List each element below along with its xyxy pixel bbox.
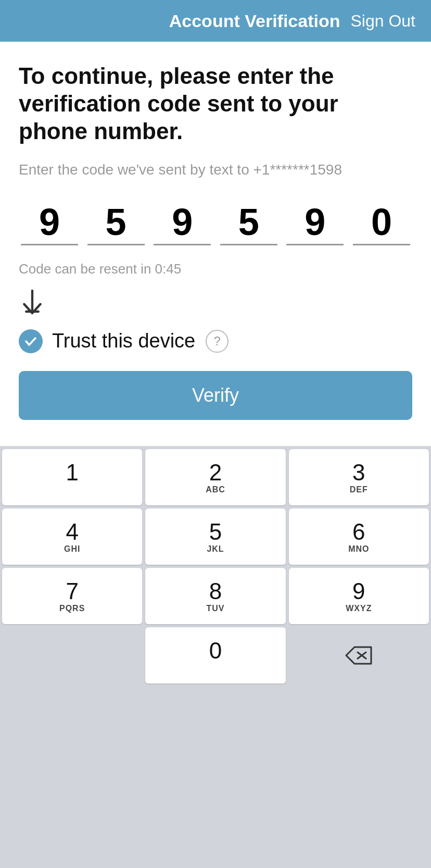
checkmark-icon xyxy=(23,334,38,349)
key-6-num: 6 xyxy=(352,520,365,543)
question-mark-icon: ? xyxy=(214,334,221,349)
key-6[interactable]: 6 MNO xyxy=(289,509,429,565)
keyboard-row-2: 4 GHI 5 JKL 6 MNO xyxy=(2,509,429,565)
code-digit-underline xyxy=(21,244,78,245)
sign-out-button[interactable]: Sign Out xyxy=(350,11,415,31)
arrow-down-icon xyxy=(19,290,46,317)
code-digit: 5 xyxy=(106,203,126,241)
key-0[interactable]: 0 xyxy=(145,627,285,684)
help-icon-button[interactable]: ? xyxy=(206,330,229,353)
numeric-keyboard: 1 2 ABC 3 DEF 4 GHI 5 JKL 6 MNO 7 PQRS xyxy=(0,446,431,868)
header: Account Verification Sign Out xyxy=(0,0,431,42)
backspace-icon xyxy=(345,646,372,665)
backspace-button[interactable] xyxy=(289,627,429,684)
key-9-alpha: WXYZ xyxy=(346,604,372,614)
code-digit-wrapper: 0 xyxy=(353,203,410,245)
arrow-down-wrapper xyxy=(19,290,412,319)
key-8-alpha: TUV xyxy=(206,604,224,614)
page-title: Account Verification xyxy=(169,11,340,31)
key-empty-left xyxy=(2,627,142,684)
code-input-row: 959590 xyxy=(19,203,412,245)
keyboard-row-3: 7 PQRS 8 TUV 9 WXYZ xyxy=(2,568,429,624)
key-8-num: 8 xyxy=(209,580,222,603)
code-digit-underline xyxy=(220,244,277,245)
code-digit-underline xyxy=(87,244,145,245)
key-7-num: 7 xyxy=(66,580,78,603)
spacer xyxy=(0,436,431,446)
trust-device-checkbox[interactable] xyxy=(19,329,43,353)
code-digit-wrapper: 9 xyxy=(154,203,211,245)
key-5[interactable]: 5 JKL xyxy=(145,509,285,565)
code-digit-wrapper: 9 xyxy=(286,203,344,245)
trust-device-row: Trust this device ? xyxy=(19,329,412,353)
code-digit-wrapper: 5 xyxy=(220,203,277,245)
verify-button[interactable]: Verify xyxy=(19,371,412,420)
code-digit: 9 xyxy=(39,203,60,241)
key-7-alpha: PQRS xyxy=(59,604,85,614)
key-5-alpha: JKL xyxy=(207,544,224,555)
key-8[interactable]: 8 TUV xyxy=(145,568,285,624)
code-digit-underline xyxy=(154,244,211,245)
code-digit-wrapper: 9 xyxy=(21,203,78,245)
resend-countdown: Code can be resent in 0:45 xyxy=(19,261,412,277)
code-digit-underline xyxy=(353,244,410,245)
key-9[interactable]: 9 WXYZ xyxy=(289,568,429,624)
key-1-num: 1 xyxy=(66,461,78,484)
instruction-heading: To continue, please enter the verificati… xyxy=(19,63,412,145)
key-3-alpha: DEF xyxy=(350,485,368,495)
key-1[interactable]: 1 xyxy=(2,449,142,505)
key-9-num: 9 xyxy=(352,580,365,603)
key-4-alpha: GHI xyxy=(64,544,80,555)
code-digit: 0 xyxy=(371,203,392,241)
key-2-num: 2 xyxy=(209,461,222,484)
key-3[interactable]: 3 DEF xyxy=(289,449,429,505)
key-0-num: 0 xyxy=(209,639,222,662)
key-3-num: 3 xyxy=(352,461,365,484)
key-2[interactable]: 2 ABC xyxy=(145,449,285,505)
code-digit-underline xyxy=(286,244,344,245)
key-4-num: 4 xyxy=(66,520,78,543)
key-5-num: 5 xyxy=(209,520,222,543)
keyboard-row-1: 1 2 ABC 3 DEF xyxy=(2,449,429,505)
key-7[interactable]: 7 PQRS xyxy=(2,568,142,624)
code-digit: 5 xyxy=(238,203,259,241)
trust-device-label: Trust this device xyxy=(52,330,195,352)
instruction-subtext: Enter the code we've sent by text to +1*… xyxy=(19,159,412,180)
key-2-alpha: ABC xyxy=(206,485,225,495)
key-4[interactable]: 4 GHI xyxy=(2,509,142,565)
code-digit: 9 xyxy=(172,203,193,241)
keyboard-row-4: 0 xyxy=(2,627,429,684)
code-digit-wrapper: 5 xyxy=(87,203,145,245)
main-content: To continue, please enter the verificati… xyxy=(0,42,431,436)
key-6-alpha: MNO xyxy=(348,544,369,555)
svg-rect-0 xyxy=(25,310,40,312)
code-digit: 9 xyxy=(305,203,325,241)
